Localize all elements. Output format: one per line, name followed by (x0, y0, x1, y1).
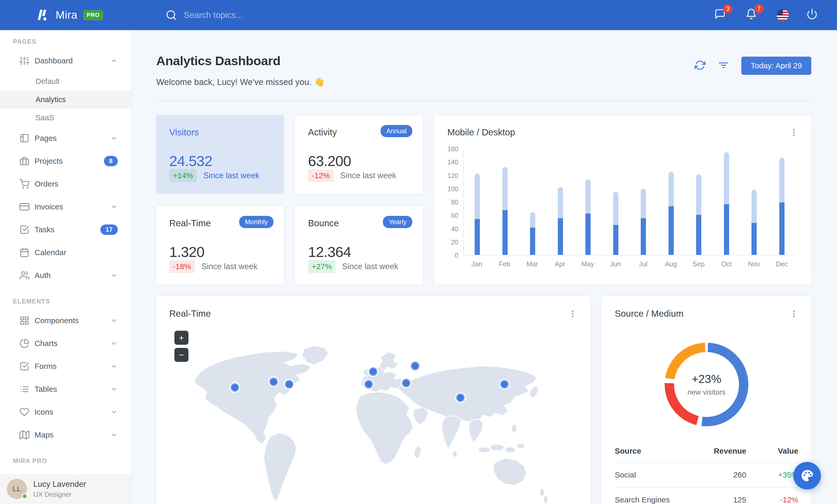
table-row: Search Engines125-12% (615, 487, 798, 504)
cell-source: Social (615, 463, 689, 487)
refresh-button[interactable] (695, 60, 707, 72)
sidebar-item-label: Components (35, 316, 110, 325)
sidebar-item-calendar[interactable]: Calendar (0, 241, 131, 264)
sidebar-user[interactable]: LL Lucy Lavender UX Designer (0, 474, 131, 504)
sidebar-item-charts[interactable]: Charts (0, 332, 131, 355)
sidebar-item-tables[interactable]: Tables (0, 378, 131, 400)
more-vertical-icon (789, 128, 798, 137)
header-actions: Today: April 29 (695, 57, 811, 75)
map-zoom-out-button[interactable]: − (174, 348, 189, 362)
chart-menu-button[interactable] (788, 127, 799, 139)
map-zoom-in-button[interactable]: + (174, 331, 189, 345)
sidebar-item-label: Tables (35, 385, 110, 394)
search-input[interactable] (184, 10, 366, 20)
sidebar-item-label: Charts (35, 339, 110, 348)
bar-segment-desktop (724, 152, 729, 204)
x-tick-label: Dec (771, 260, 792, 268)
bar-segment-mobile (669, 206, 674, 255)
map-marker[interactable] (499, 379, 510, 390)
brand[interactable]: Mira PRO (34, 7, 103, 23)
sidebar-item-icons[interactable]: Icons (0, 400, 131, 424)
map-marker[interactable] (368, 366, 378, 377)
y-axis: 020406080100120140160 (446, 149, 463, 255)
x-tick-label: Apr (550, 260, 570, 268)
chevron-down-icon (110, 134, 118, 142)
continent (469, 419, 483, 443)
sidebar-item-pages[interactable]: Pages (0, 127, 131, 150)
sidebar-section-label: PAGES (0, 30, 131, 49)
stat-card-activity: ActivityAnnual63.200-12%Since last week (295, 115, 423, 193)
map-marker[interactable] (229, 382, 240, 393)
bar-oct (724, 152, 729, 255)
chevron-down-icon (110, 385, 118, 393)
stat-period-badge[interactable]: Yearly (383, 216, 412, 228)
island (478, 447, 490, 452)
world-map[interactable] (169, 328, 577, 504)
map-menu-button[interactable] (567, 309, 578, 320)
sidebar-item-label: Calendar (35, 248, 118, 257)
stat-value: 24.532 (169, 152, 271, 169)
bar-nov (751, 190, 757, 255)
sidebar-subitem-analytics[interactable]: Analytics (0, 90, 131, 109)
y-tick-label: 20 (451, 238, 458, 246)
sidebar-subitem-default[interactable]: Default (0, 72, 131, 90)
bar-segment-desktop (558, 187, 563, 218)
y-tick-label: 40 (451, 225, 458, 232)
stat-period-badge[interactable]: Annual (380, 125, 412, 137)
flag-canton (777, 9, 783, 15)
sidebar-item-forms[interactable]: Forms (0, 355, 131, 378)
sidebar-item-label: Auth (35, 271, 110, 280)
map-marker[interactable] (400, 377, 411, 388)
bar-segment-desktop (530, 212, 535, 228)
map-marker[interactable] (284, 379, 295, 390)
briefcase-icon (19, 156, 29, 166)
theme-settings-fab[interactable] (793, 462, 821, 489)
table-row: Social260+35% (615, 463, 798, 487)
check-square-icon (19, 225, 29, 235)
chart-title: Mobile / Desktop (447, 127, 515, 137)
source-menu-button[interactable] (788, 309, 799, 320)
map-marker[interactable] (363, 379, 374, 390)
sidebar-item-tasks[interactable]: Tasks17 (0, 218, 131, 241)
sidebar-item-dashboard[interactable]: Dashboard (0, 49, 131, 72)
messages-badge: 3 (723, 4, 732, 14)
list-icon (19, 384, 29, 394)
bar-segment-mobile (779, 202, 784, 255)
cell-value: +35% (746, 463, 798, 487)
sidebar-item-projects[interactable]: Projects8 (0, 150, 131, 172)
bar-may (585, 180, 591, 255)
map-marker[interactable] (268, 376, 279, 387)
date-range-button[interactable]: Today: April 29 (741, 57, 811, 75)
sidebar-item-invoices[interactable]: Invoices (0, 195, 131, 218)
cell-revenue: 260 (689, 463, 746, 487)
bar-segment-desktop (613, 192, 618, 225)
notifications-button[interactable]: 7 (746, 8, 759, 22)
sidebar-item-maps[interactable]: Maps (0, 424, 131, 446)
language-flag-button[interactable] (777, 9, 789, 21)
bar-segment-desktop (585, 180, 591, 213)
bar-sep (696, 174, 701, 255)
bar-jan (475, 173, 480, 255)
credit-card-icon (19, 202, 29, 212)
bar-segment-mobile (530, 228, 535, 255)
sidebar-item-auth[interactable]: Auth (0, 264, 131, 287)
messages-button[interactable]: 3 (714, 8, 728, 22)
filter-button[interactable] (718, 60, 730, 72)
pro-badge: PRO (83, 10, 103, 20)
stat-delta: -18% (169, 260, 195, 273)
source-medium-title: Source / Medium (615, 309, 684, 319)
navbar-search (165, 10, 714, 21)
stat-title: Visitors (169, 127, 271, 137)
map-marker[interactable] (455, 392, 466, 403)
sidebar-item-components[interactable]: Components (0, 309, 131, 332)
bar-segment-desktop (751, 190, 757, 223)
bar-segment-desktop (475, 173, 480, 219)
sidebar-item-orders[interactable]: Orders (0, 172, 131, 195)
sidebar-subitem-saas[interactable]: SaaS (0, 109, 131, 127)
stat-delta: +27% (308, 260, 336, 273)
sign-out-button[interactable] (806, 8, 820, 22)
stat-period-badge[interactable]: Monthly (239, 216, 273, 228)
x-tick-label: Feb (494, 260, 515, 268)
sidebar-item-label: Forms (35, 362, 110, 371)
map-marker[interactable] (410, 360, 421, 371)
